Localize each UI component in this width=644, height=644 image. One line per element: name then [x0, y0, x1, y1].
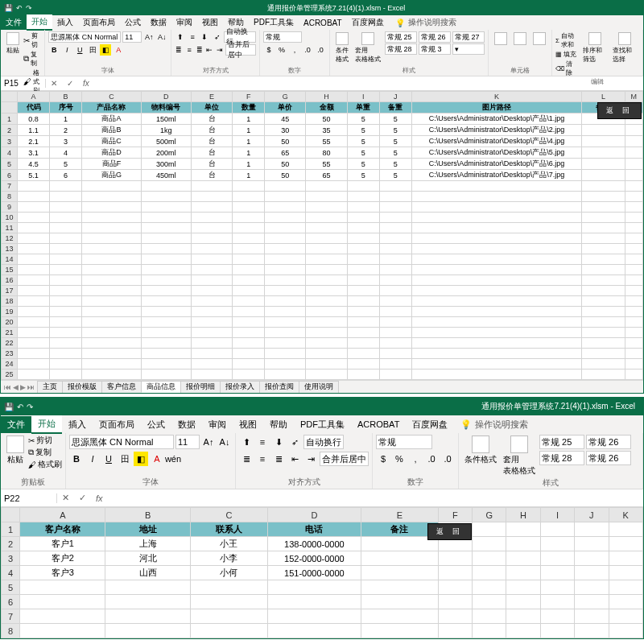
table-row[interactable]: 4客户3山西小何151-0000-0000: [2, 566, 643, 580]
table-row[interactable]: 32.13商品C500ml台1505555C:\Users\Administra…: [2, 136, 643, 147]
number-format-select[interactable]: [263, 31, 302, 43]
grow-font-icon[interactable]: A↑: [143, 31, 155, 43]
inc-decimal-icon[interactable]: .0: [424, 452, 439, 466]
table-row[interactable]: 65.16商品G450ml台1506555C:\Users\Administra…: [2, 170, 643, 181]
tab-baidu[interactable]: 百度网盘: [347, 15, 389, 30]
table-row[interactable]: 2客户1上海小王138-0000-0000: [2, 537, 643, 551]
font-size-select[interactable]: [122, 31, 142, 43]
table-row[interactable]: 21: [2, 328, 643, 338]
table-row[interactable]: 11: [2, 223, 643, 233]
tab-acrobat[interactable]: ACROBAT: [299, 17, 347, 29]
sheet-tab[interactable]: 主页: [37, 381, 63, 393]
cond-format-button[interactable]: 条件格式: [333, 31, 351, 64]
table-row[interactable]: 5: [2, 580, 643, 595]
font-name-select[interactable]: [69, 435, 174, 449]
dec-decimal-icon[interactable]: .0: [440, 452, 455, 466]
tell-me[interactable]: 💡操作说明搜索: [395, 17, 456, 28]
tab-home[interactable]: 开始: [27, 14, 52, 31]
tab-review[interactable]: 审阅: [171, 15, 197, 30]
worksheet-grid[interactable]: ABCDEFGHIJKLM 代码序号产品名称物料编号单位数量单价金额单重备重图片…: [1, 91, 643, 380]
table-row[interactable]: 7: [2, 181, 643, 192]
tab-insert[interactable]: 插入: [52, 15, 78, 30]
clear-button[interactable]: ⌫清除: [555, 60, 579, 77]
align-right-icon[interactable]: ≣: [195, 44, 204, 56]
sheet-tab[interactable]: 报价模版: [62, 381, 102, 393]
style-5[interactable]: 常规 3: [419, 43, 451, 55]
shrink-font-icon[interactable]: A↓: [217, 435, 232, 449]
cond-format-button[interactable]: 条件格式: [462, 435, 499, 466]
align-center-icon[interactable]: ≡: [255, 452, 270, 466]
table-row[interactable]: 24: [2, 359, 643, 369]
tab-home[interactable]: 开始: [31, 415, 62, 434]
table-header-row[interactable]: 1 客户名称地址联系人电话备注: [2, 522, 643, 537]
enter-icon[interactable]: ✓: [74, 493, 91, 503]
delete-cells-button[interactable]: [511, 31, 529, 46]
sort-filter-button[interactable]: 排序和筛选: [580, 31, 609, 64]
table-row[interactable]: 18: [2, 296, 643, 307]
tab-data[interactable]: 数据: [146, 15, 171, 30]
tab-formula[interactable]: 公式: [120, 15, 146, 30]
align-mid-icon[interactable]: ≡: [255, 435, 270, 449]
grow-font-icon[interactable]: A↑: [201, 435, 216, 449]
table-header-row[interactable]: 代码序号产品名称物料编号单位数量单价金额单重备重图片路径备注: [2, 102, 643, 114]
italic-button[interactable]: I: [61, 44, 72, 56]
autosum-button[interactable]: Σ自动求和: [555, 31, 579, 49]
tab-file[interactable]: 文件: [1, 416, 31, 433]
fill-button[interactable]: ▦填充: [555, 50, 579, 59]
tell-me[interactable]: 💡操作说明搜索: [460, 419, 528, 431]
border-button[interactable]: 田: [118, 452, 132, 466]
style-1[interactable]: 常规 25: [539, 435, 584, 449]
table-row[interactable]: 10.81商品A150ml台1455055C:\Users\Administra…: [2, 114, 643, 125]
table-row[interactable]: 14: [2, 254, 643, 265]
table-row[interactable]: 22: [2, 338, 643, 349]
currency-icon[interactable]: $: [376, 452, 390, 466]
merge-button[interactable]: 合并后居中: [225, 44, 256, 56]
fx-icon[interactable]: fx: [78, 79, 94, 88]
currency-icon[interactable]: $: [263, 44, 275, 56]
sheet-tab[interactable]: 报价查阅: [259, 381, 299, 393]
table-row[interactable]: 3客户2河北小李152-0000-0000: [2, 551, 643, 566]
style-2[interactable]: 常规 26: [419, 31, 451, 43]
font-size-select[interactable]: [175, 435, 200, 449]
align-mid-icon[interactable]: ≡: [187, 31, 197, 43]
merge-button[interactable]: 合并后居中: [320, 452, 369, 466]
table-row[interactable]: 7: [2, 609, 643, 624]
italic-button[interactable]: I: [85, 452, 100, 466]
font-color-button[interactable]: A: [113, 44, 124, 56]
save-icon[interactable]: 💾: [4, 4, 13, 12]
tab-formula[interactable]: 公式: [141, 416, 171, 433]
align-right-icon[interactable]: ≣: [271, 452, 286, 466]
style-2[interactable]: 常规 26: [586, 435, 631, 449]
tab-nav-last-icon[interactable]: ⏭: [27, 383, 35, 391]
style-more[interactable]: ▾: [452, 43, 485, 55]
paste-button[interactable]: 粘贴: [4, 435, 27, 466]
column-headers[interactable]: ABCDEFGHIJKLM: [2, 92, 643, 102]
indent-dec-icon[interactable]: ⇤: [287, 452, 302, 466]
orientation-icon[interactable]: ➶: [287, 435, 302, 449]
shrink-font-icon[interactable]: A↓: [156, 31, 167, 43]
table-row[interactable]: 25: [2, 369, 643, 380]
style-2b[interactable]: 常规 26: [586, 451, 631, 465]
align-bot-icon[interactable]: ⬇: [271, 435, 286, 449]
table-format-button[interactable]: 套用 表格格式: [353, 31, 383, 64]
redo-icon[interactable]: ↷: [26, 4, 32, 12]
table-row[interactable]: 16: [2, 275, 643, 286]
sheet-tab[interactable]: 报价明细: [180, 381, 221, 393]
style-4[interactable]: 常规 28: [385, 43, 417, 55]
style-4[interactable]: 常规 28: [539, 451, 584, 465]
table-row[interactable]: 12: [2, 233, 643, 244]
fill-color-button[interactable]: ◧: [100, 44, 111, 56]
tab-acrobat[interactable]: ACROBAT: [351, 417, 406, 431]
number-format-select[interactable]: [376, 435, 432, 449]
table-row[interactable]: 13: [2, 244, 643, 254]
comma-icon[interactable]: ,: [408, 452, 423, 466]
enter-icon[interactable]: ✓: [62, 79, 78, 88]
copy-button[interactable]: ⧉复制: [28, 447, 62, 458]
undo-icon[interactable]: ↶: [16, 4, 23, 12]
percent-icon[interactable]: %: [392, 452, 407, 466]
sheet-tab[interactable]: 使用说明: [299, 381, 339, 393]
tab-data[interactable]: 数据: [171, 416, 202, 433]
return-button[interactable]: 返 回: [597, 102, 642, 119]
table-row[interactable]: 9: [2, 202, 643, 213]
inc-decimal-icon[interactable]: .0: [302, 44, 313, 56]
